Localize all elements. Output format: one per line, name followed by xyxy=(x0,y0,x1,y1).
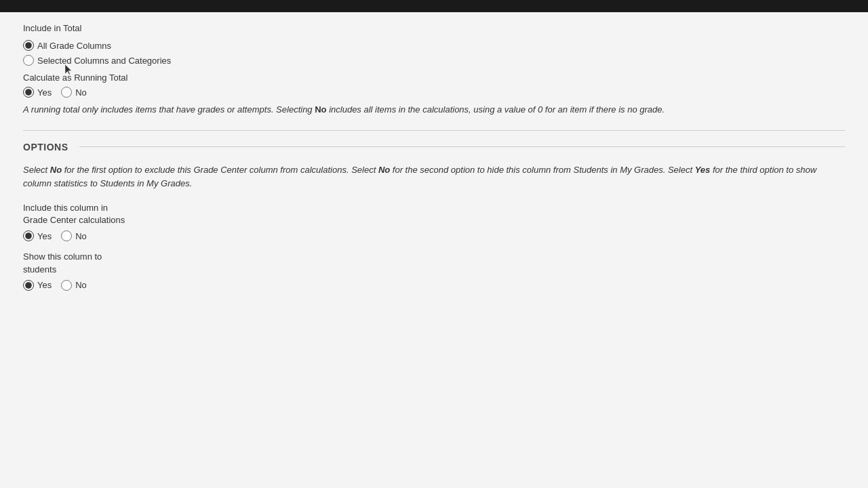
include-in-total-label: Include in Total xyxy=(23,23,845,33)
running-no-label: No xyxy=(75,87,87,98)
selected-columns-radio[interactable] xyxy=(23,55,34,66)
section-divider xyxy=(23,130,845,131)
include-yes-radio[interactable] xyxy=(23,230,34,241)
options-yes-bold: Yes xyxy=(695,165,711,175)
calculate-running-total-section: Calculate as Running Total Yes No A runn… xyxy=(23,73,845,117)
include-yes-option[interactable]: Yes xyxy=(23,230,52,241)
include-in-total-section: Include in Total All Grade Columns Selec… xyxy=(23,23,845,66)
options-no-bold-2: No xyxy=(378,165,390,175)
running-total-no-bold: No xyxy=(315,104,326,115)
include-no-radio[interactable] xyxy=(61,230,72,241)
options-section: OPTIONS Select No for the first option t… xyxy=(23,142,845,291)
include-no-option[interactable]: No xyxy=(61,230,87,241)
show-no-label: No xyxy=(75,280,87,290)
cursor-indicator xyxy=(65,64,72,71)
include-column-radio-group: Yes No xyxy=(23,230,845,241)
include-no-label: No xyxy=(75,231,87,241)
show-yes-label: Yes xyxy=(37,280,52,290)
show-column-section: Show this column to students Yes No xyxy=(23,251,845,290)
options-header: OPTIONS xyxy=(23,142,845,152)
options-title: OPTIONS xyxy=(23,142,68,152)
show-no-option[interactable]: No xyxy=(61,280,87,291)
all-grade-columns-option[interactable]: All Grade Columns xyxy=(23,40,845,51)
show-column-label: Show this column to students xyxy=(23,251,845,275)
include-column-label: Include this column in Grade Center calc… xyxy=(23,202,845,226)
running-total-radio-group: Yes No xyxy=(23,87,845,98)
running-yes-label: Yes xyxy=(37,87,52,98)
include-in-total-radio-group: All Grade Columns Selected Columns and C… xyxy=(23,40,845,66)
show-yes-radio[interactable] xyxy=(23,280,34,291)
running-yes-option[interactable]: Yes xyxy=(23,87,52,98)
options-header-divider xyxy=(79,146,845,147)
all-grade-columns-radio[interactable] xyxy=(23,40,34,51)
show-no-radio[interactable] xyxy=(61,280,72,291)
running-yes-radio[interactable] xyxy=(23,87,34,98)
selected-columns-option[interactable]: Selected Columns and Categories xyxy=(23,55,845,66)
include-yes-label: Yes xyxy=(37,231,52,241)
calculate-running-total-label: Calculate as Running Total xyxy=(23,73,845,83)
main-content: Include in Total All Grade Columns Selec… xyxy=(0,12,868,291)
all-grade-columns-label: All Grade Columns xyxy=(37,41,111,51)
running-no-option[interactable]: No xyxy=(61,87,87,98)
running-no-radio[interactable] xyxy=(61,87,72,98)
options-description: Select No for the first option to exclud… xyxy=(23,163,823,192)
show-yes-option[interactable]: Yes xyxy=(23,280,52,291)
options-no-bold-1: No xyxy=(50,165,62,175)
running-total-description: A running total only includes items that… xyxy=(23,103,674,117)
top-bar xyxy=(0,0,868,12)
show-column-radio-group: Yes No xyxy=(23,280,845,291)
include-column-section: Include this column in Grade Center calc… xyxy=(23,202,845,241)
selected-columns-label: Selected Columns and Categories xyxy=(37,56,171,66)
